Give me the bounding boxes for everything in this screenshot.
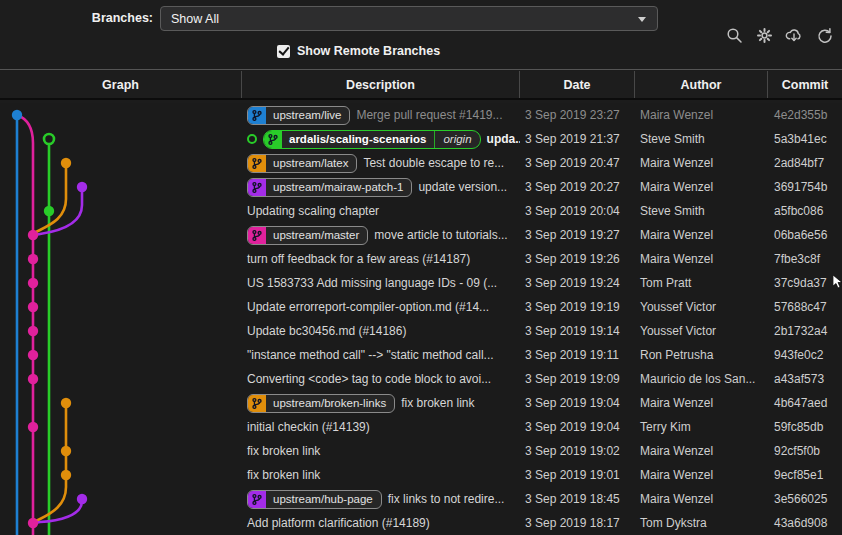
graph-cell xyxy=(0,175,242,199)
branch-label[interactable]: upstream/latex xyxy=(247,154,357,173)
commit-hash: 43a6d908 xyxy=(768,511,842,535)
branch-name: upstream/latex xyxy=(266,155,356,172)
commit-hash: 3691754b xyxy=(768,175,842,199)
commit-message: fix broken link xyxy=(247,468,320,482)
commit-hash: 943fe0c2 xyxy=(768,343,842,367)
commit-hash: 9ecf85e1 xyxy=(768,463,842,487)
description-cell: upstream/mastermove article to tutorials… xyxy=(242,223,520,247)
table-row[interactable]: Updating scaling chapter 3 Sep 2019 20:0… xyxy=(0,199,842,223)
description-cell: upstream/mairaw-patch-1update version... xyxy=(242,175,520,199)
branch-label[interactable]: upstream/hub-page xyxy=(247,490,382,509)
table-row[interactable]: upstream/hub-pagefix links to not redire… xyxy=(0,487,842,511)
gear-icon[interactable] xyxy=(755,26,773,44)
branches-dropdown[interactable]: Show All xyxy=(160,6,658,31)
commit-hash: 4b647aed xyxy=(768,391,842,415)
table-row[interactable]: fix broken link 3 Sep 2019 19:01 Maira W… xyxy=(0,463,842,487)
branch-label[interactable]: upstream/mairaw-patch-1 xyxy=(247,178,412,197)
commit-message: Test double escape to re... xyxy=(363,156,504,170)
branches-dropdown-value: Show All xyxy=(171,12,219,26)
commit-date: 3 Sep 2019 19:14 xyxy=(520,319,635,343)
header-description[interactable]: Description xyxy=(242,71,520,98)
table-row[interactable]: fix broken link 3 Sep 2019 19:02 Maira W… xyxy=(0,439,842,463)
commit-hash: 4e2d355b xyxy=(768,103,842,127)
commit-date: 3 Sep 2019 23:27 xyxy=(520,103,635,127)
header-date[interactable]: Date xyxy=(520,71,635,98)
commit-hash: 92cf5f0b xyxy=(768,439,842,463)
branch-label[interactable]: upstream/master xyxy=(247,226,368,245)
table-row[interactable]: ardalis/scaling-scenariosoriginupda... 3… xyxy=(0,127,842,151)
table-row[interactable]: upstream/broken-linksfix broken link 3 S… xyxy=(0,391,842,415)
graph-cell xyxy=(0,343,242,367)
commit-author: Maira Wenzel xyxy=(635,103,768,127)
table-row[interactable]: Update bc30456.md (#14186) 3 Sep 2019 19… xyxy=(0,319,842,343)
branch-icon xyxy=(248,227,266,244)
table-row[interactable]: "instance method call" --> "static metho… xyxy=(0,343,842,367)
commit-author: Maira Wenzel xyxy=(635,463,768,487)
chevron-down-icon xyxy=(638,17,646,22)
commit-message: fix links to not redire... xyxy=(388,492,505,506)
table-row[interactable]: Update errorreport-compiler-option.md (#… xyxy=(0,295,842,319)
header-commit[interactable]: Commit xyxy=(768,71,842,98)
header-graph[interactable]: Graph xyxy=(0,71,242,98)
branch-name: upstream/live xyxy=(266,107,349,124)
commit-author: Tom Pratt xyxy=(635,271,768,295)
header-author[interactable]: Author xyxy=(635,71,768,98)
table-row[interactable]: US 1583733 Add missing language IDs - 09… xyxy=(0,271,842,295)
description-cell: "instance method call" --> "static metho… xyxy=(242,343,520,367)
commit-date: 3 Sep 2019 20:47 xyxy=(520,151,635,175)
branch-icon xyxy=(248,155,266,172)
commit-date: 3 Sep 2019 19:04 xyxy=(520,415,635,439)
graph-cell xyxy=(0,319,242,343)
table-row[interactable]: initial checkin (#14139) 3 Sep 2019 19:0… xyxy=(0,415,842,439)
commit-author: Maira Wenzel xyxy=(635,223,768,247)
commit-message: initial checkin (#14139) xyxy=(247,420,370,434)
table-row[interactable]: Converting <code> tag to code block to a… xyxy=(0,367,842,391)
commit-date: 3 Sep 2019 18:17 xyxy=(520,511,635,535)
commit-author: Youssef Victor xyxy=(635,319,768,343)
show-remote-branches-checkbox[interactable] xyxy=(277,45,290,58)
branch-label[interactable]: ardalis/scaling-scenariosorigin xyxy=(263,130,481,149)
commit-date: 3 Sep 2019 19:01 xyxy=(520,463,635,487)
graph-cell xyxy=(0,391,242,415)
commit-author: Steve Smith xyxy=(635,199,768,223)
branch-icon xyxy=(248,491,266,508)
description-cell: ardalis/scaling-scenariosoriginupda... xyxy=(242,127,520,151)
graph-cell xyxy=(0,511,242,535)
graph-cell xyxy=(0,367,242,391)
table-row[interactable]: Add platform clarification (#14189) 3 Se… xyxy=(0,511,842,535)
refresh-icon[interactable] xyxy=(815,26,833,44)
graph-cell xyxy=(0,223,242,247)
description-cell: fix broken link xyxy=(242,463,520,487)
table-row[interactable]: upstream/mastermove article to tutorials… xyxy=(0,223,842,247)
commit-message: fix broken link xyxy=(247,444,320,458)
commit-author: Youssef Victor xyxy=(635,295,768,319)
commit-message: upda... xyxy=(487,132,520,146)
commit-date: 3 Sep 2019 18:45 xyxy=(520,487,635,511)
commit-author: Maira Wenzel xyxy=(635,151,768,175)
commit-hash: 59fc85db xyxy=(768,415,842,439)
table-row[interactable]: turn off feedback for a few areas (#1418… xyxy=(0,247,842,271)
branch-name: upstream/master xyxy=(266,227,367,244)
graph-cell xyxy=(0,127,242,151)
commit-author: Tom Dykstra xyxy=(635,511,768,535)
branch-name: upstream/hub-page xyxy=(266,491,381,508)
table-row[interactable]: upstream/mairaw-patch-1update version...… xyxy=(0,175,842,199)
commit-message: Merge pull request #1419... xyxy=(356,108,502,122)
branch-label[interactable]: upstream/broken-links xyxy=(247,394,395,413)
branch-label[interactable]: upstream/live xyxy=(247,106,350,125)
table-row[interactable]: upstream/liveMerge pull request #1419...… xyxy=(0,103,842,127)
graph-cell xyxy=(0,439,242,463)
commit-message: Converting <code> tag to code block to a… xyxy=(247,372,491,386)
commit-message: Updating scaling chapter xyxy=(247,204,379,218)
cloud-download-icon[interactable] xyxy=(785,26,803,44)
commit-date: 3 Sep 2019 19:27 xyxy=(520,223,635,247)
mouse-cursor xyxy=(833,275,842,289)
commit-date: 3 Sep 2019 21:37 xyxy=(520,127,635,151)
description-cell: Update bc30456.md (#14186) xyxy=(242,319,520,343)
description-cell: upstream/hub-pagefix links to not redire… xyxy=(242,487,520,511)
search-icon[interactable] xyxy=(725,26,743,44)
description-cell: Converting <code> tag to code block to a… xyxy=(242,367,520,391)
table-row[interactable]: upstream/latexTest double escape to re..… xyxy=(0,151,842,175)
commit-author: Mauricio de los San... xyxy=(635,367,768,391)
description-cell: turn off feedback for a few areas (#1418… xyxy=(242,247,520,271)
